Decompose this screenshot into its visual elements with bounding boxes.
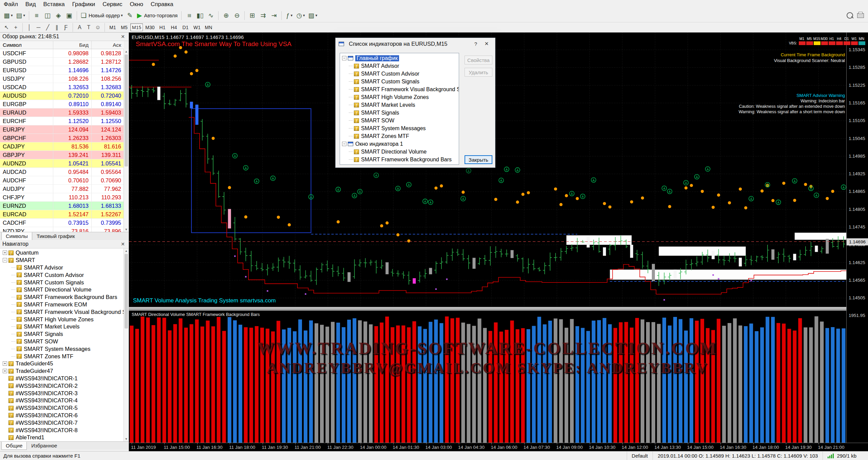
market-watch-row[interactable]: EURCHF1.125201.12550 — [0, 117, 124, 125]
market-watch-row[interactable]: AUDCHF0.706100.70690 — [0, 176, 124, 185]
navigator-item[interactable]: ƒ#WSS943!INDICATOR-4 — [0, 397, 124, 404]
close-button[interactable]: Закрыть — [465, 155, 492, 164]
navigator-item[interactable]: ƒSMART Advisor — [0, 264, 124, 272]
status-profile[interactable]: Default — [627, 452, 653, 460]
dialog-close-icon[interactable]: ✕ — [481, 39, 492, 48]
market-watch-row[interactable]: EURAUD1.593331.59403 — [0, 108, 124, 117]
dialog-tree-row[interactable]: ƒSMART High Volume Zones — [340, 93, 459, 101]
market-watch-row[interactable]: EURCAD1.521471.52267 — [0, 210, 124, 219]
market-watch-row[interactable]: USDJPY108.226108.256 — [0, 75, 124, 83]
market-watch-row[interactable]: AUDJPY77.88277.962 — [0, 185, 124, 193]
market-watch-row[interactable]: EURNZD1.680131.68133 — [0, 202, 124, 210]
navigator-item[interactable]: ƒSMART Market Levels — [0, 323, 124, 331]
menu-item[interactable]: Справка — [147, 1, 177, 8]
zoom-in-icon[interactable]: ⊕ — [221, 11, 231, 21]
chart-shift-icon[interactable]: ⇥ — [269, 11, 279, 21]
scroll-thumb[interactable] — [125, 254, 128, 328]
dialog-tree-row[interactable]: ƒSMART Signals — [340, 109, 459, 117]
market-watch-row[interactable]: AUDNZD1.054211.05541 — [0, 159, 124, 168]
text-label-icon[interactable]: T — [84, 23, 93, 32]
expand-toggle-icon[interactable]: − — [342, 56, 346, 60]
market-watch-close-icon[interactable]: ✕ — [119, 34, 126, 39]
market-watch-header[interactable]: СимволБидАск — [0, 41, 124, 49]
chart-line-icon[interactable]: ∿ — [206, 11, 216, 21]
scroll-up-icon[interactable]: ▲ — [124, 248, 129, 253]
menu-item[interactable]: Вставка — [40, 1, 69, 8]
scroll-thumb[interactable] — [125, 55, 128, 166]
market-watch-row[interactable]: AUDCAD0.954840.95564 — [0, 168, 124, 176]
navigator-item[interactable]: −ƒSMART — [0, 257, 124, 264]
market-watch-row[interactable]: EURGBP0.891100.89140 — [0, 100, 124, 108]
dialog-tree-row[interactable]: ƒSMART Custom Signals — [340, 78, 459, 85]
expand-toggle-icon[interactable]: − — [3, 258, 7, 262]
search-button[interactable] — [845, 11, 855, 21]
market-watch-row[interactable]: CHFJPY110.213110.293 — [0, 193, 124, 202]
dialog-tree-row[interactable]: ƒSMART Custom Advisor — [340, 70, 459, 78]
market-watch-row[interactable]: AUDUSD0.720100.72040 — [0, 92, 124, 100]
navigator-item[interactable]: +ƒTradeGuider47 — [0, 367, 124, 375]
navigator-tab[interactable]: Избранное — [27, 442, 61, 450]
market-watch-row[interactable]: NZDJPY73.81673.896 — [0, 227, 124, 232]
expand-toggle-icon[interactable]: + — [3, 361, 7, 366]
metaeditor-icon[interactable]: ✎ — [125, 11, 135, 21]
navigator-item[interactable]: ƒ#WSS943!INDICATOR-6 — [0, 412, 124, 419]
timeframe-m5-button[interactable]: M5 — [119, 23, 130, 31]
navigator-item[interactable]: ƒ#WSS943!INDICATOR-7 — [0, 419, 124, 426]
menu-item[interactable]: Файл — [0, 1, 22, 8]
timeframe-m15-button[interactable]: M15 — [130, 23, 143, 31]
dialog-tree-row[interactable]: ƒSMART Market Levels — [340, 101, 459, 109]
dialog-tree-row[interactable]: ƒSMART Framework Background Bars — [340, 156, 459, 163]
market-watch-tab[interactable]: Символы — [1, 232, 32, 240]
auto-scroll-icon[interactable]: ⇉ — [258, 11, 268, 21]
trendline-icon[interactable]: ╱ — [43, 23, 52, 32]
navigator-icon[interactable]: ◈ — [53, 11, 63, 21]
navigator-close-icon[interactable]: ✕ — [119, 241, 126, 247]
navigator-item[interactable]: ƒSMART Signals — [0, 331, 124, 338]
horizontal-line-icon[interactable]: ─ — [34, 23, 43, 32]
dialog-tree-row[interactable]: −Главный график — [340, 54, 459, 62]
column-header[interactable]: Аск — [92, 41, 124, 49]
autotrade-button[interactable]: ▶Авто-торговля — [136, 11, 179, 21]
timeframe-w1-button[interactable]: W1 — [191, 23, 202, 31]
navigator-item[interactable]: ƒSMART Custom Advisor — [0, 271, 124, 279]
terminal-icon[interactable]: ▣ — [64, 11, 74, 21]
menu-item[interactable]: Сервис — [99, 1, 126, 8]
navigator-item[interactable]: ƒSMART SOW — [0, 338, 124, 345]
navigator-item[interactable]: ƒ#WSS943!INDICATOR-3 — [0, 389, 124, 397]
navigator-item[interactable]: ƒSMART Framework EOM — [0, 301, 124, 308]
market-watch-row[interactable]: EURUSD1.146961.14726 — [0, 66, 124, 75]
tile-windows-icon[interactable]: ⊞ — [247, 11, 257, 21]
dialog-titlebar[interactable]: Список индикаторов на EURUSD,M15 ? ✕ — [336, 38, 495, 49]
dialog-tree-row[interactable]: ƒSMART Framework Visual Background Scann… — [340, 85, 459, 93]
market-watch-row[interactable]: GBPJPY139.241139.311 — [0, 151, 124, 159]
navigator-tab[interactable]: Общие — [1, 442, 27, 450]
indicators-icon[interactable]: ƒ▾ — [284, 11, 294, 21]
profiles-icon[interactable]: ▤▾ — [15, 11, 26, 21]
new-order-button[interactable]: ❏Новый ордер▾ — [79, 11, 124, 21]
dialog-tree-row[interactable]: ƒSMART SOW — [340, 117, 459, 124]
navigator-item[interactable]: ƒSMART High Volume Zones — [0, 316, 124, 323]
navigator-item[interactable]: ƒ#WSS943!INDICATOR-5 — [0, 404, 124, 412]
chart-window[interactable]: 11 Jan 201911 Jan 15:0011 Jan 16:3011 Ja… — [129, 33, 868, 451]
arrows-icon[interactable]: ☺ — [94, 23, 102, 32]
new-chart-icon[interactable]: ▦▾ — [2, 11, 14, 21]
chart-candles-icon[interactable]: ▮▯ — [195, 11, 205, 21]
navigator-item[interactable]: ƒ#WSS943!INDICATOR-1 — [0, 375, 124, 382]
expand-toggle-icon[interactable]: + — [3, 251, 7, 255]
navigator-item[interactable]: ƒ#WSS943!INDICATOR-2 — [0, 382, 124, 389]
column-header[interactable]: Символ — [0, 41, 53, 49]
navigator-item[interactable]: +ƒTradeGuider45 — [0, 360, 124, 367]
channel-icon[interactable]: ∥ — [53, 23, 61, 32]
menu-item[interactable]: Графики — [69, 1, 99, 8]
market-watch-tab[interactable]: Тиковый график — [32, 232, 79, 240]
crosshair-icon[interactable]: + — [12, 23, 20, 32]
navigator-scrollbar[interactable]: ▲ ▼ — [124, 248, 129, 441]
menu-item[interactable]: Окно — [126, 1, 147, 8]
timeframe-mn-button[interactable]: MN — [203, 23, 214, 31]
column-header[interactable]: Бид — [53, 41, 92, 49]
market-watch-row[interactable]: CADCHF0.739150.73995 — [0, 219, 124, 227]
dialog-tree-row[interactable]: ƒSMART Directional Volume — [340, 148, 459, 156]
timeframe-h4-button[interactable]: H4 — [168, 23, 179, 31]
market-watch-row[interactable]: EURJPY124.094124.124 — [0, 125, 124, 134]
print-button[interactable] — [855, 11, 866, 21]
